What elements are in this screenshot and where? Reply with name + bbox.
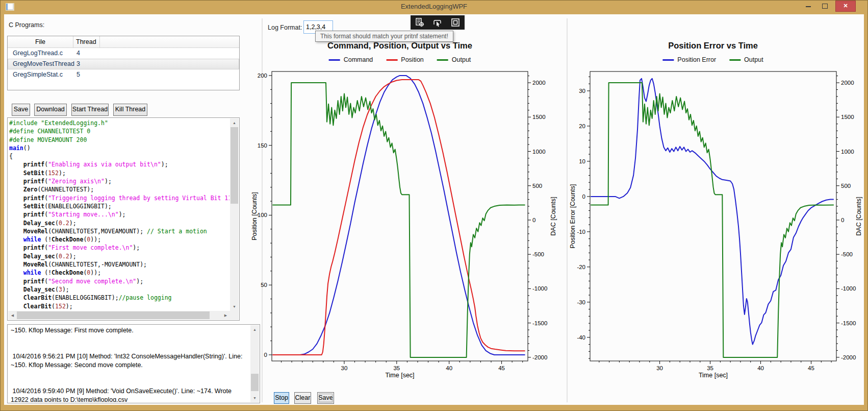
- svg-text:-40: -40: [577, 334, 585, 341]
- column-header-file[interactable]: File: [8, 36, 73, 47]
- file-list-row[interactable]: GregSimpleStat.c5: [8, 69, 239, 80]
- code-vertical-scrollbar[interactable]: ▲ ▼: [230, 118, 239, 311]
- code-line: Delay_sec(0.2);: [9, 252, 229, 260]
- app-window: ExtendedLoggingWPF ✕ C Programs: File Th…: [0, 0, 868, 411]
- minimize-icon: [806, 6, 811, 7]
- svg-text:30: 30: [341, 365, 348, 371]
- code-line: SetBit(152);: [9, 169, 229, 177]
- save-program-button[interactable]: Save: [12, 104, 30, 116]
- code-editor[interactable]: #include "ExtendedLogging.h"#define CHAN…: [7, 117, 240, 321]
- console-output[interactable]: ~150. Kflop Message: First move complete…: [7, 324, 260, 403]
- code-line: printf("Starting move...\n");: [9, 210, 229, 219]
- svg-text:20: 20: [579, 123, 585, 129]
- svg-text:40: 40: [757, 365, 764, 371]
- code-horizontal-scrollbar[interactable]: ◀ ▶: [8, 311, 230, 320]
- svg-text:DAC [Counts]: DAC [Counts]: [855, 197, 862, 235]
- file-name: GregSimpleStat.c: [13, 69, 63, 80]
- code-line: Delay_sec(3);: [9, 285, 229, 294]
- svg-text:35: 35: [393, 365, 400, 371]
- svg-text:1000: 1000: [532, 149, 546, 155]
- kill-thread-button[interactable]: Kill Thread: [113, 104, 147, 116]
- code-line: main(): [9, 144, 229, 152]
- console-message: [11, 335, 249, 344]
- reset-view-icon[interactable]: [450, 17, 461, 28]
- scrollbar-thumb[interactable]: [17, 311, 210, 319]
- svg-text:Time [sec]: Time [sec]: [385, 372, 414, 379]
- file-list-row[interactable]: GregLogThread.c4: [8, 48, 239, 59]
- svg-text:0: 0: [532, 217, 535, 223]
- svg-text:-2000: -2000: [532, 354, 547, 360]
- thread-number: 3: [76, 59, 80, 69]
- scrollbar-thumb[interactable]: [251, 374, 259, 391]
- code-line: Delay_sec(0.2);: [9, 219, 229, 227]
- minimize-button[interactable]: [802, 0, 815, 11]
- svg-text:-10: -10: [577, 229, 585, 235]
- start-thread-button[interactable]: Start Thread: [71, 104, 109, 116]
- window-title: ExtendedLoggingWPF: [0, 0, 868, 14]
- scroll-down-icon[interactable]: ▼: [230, 302, 239, 311]
- svg-text:DAC [Counts]: DAC [Counts]: [550, 197, 557, 235]
- svg-text:500: 500: [841, 183, 851, 189]
- console-vertical-scrollbar[interactable]: ▲ ▼: [250, 325, 259, 402]
- svg-text:-500: -500: [841, 251, 853, 257]
- save-log-button[interactable]: Save: [317, 392, 334, 404]
- list-header[interactable]: File Thread: [8, 36, 239, 48]
- svg-text:-1000: -1000: [841, 285, 856, 292]
- scroll-down-icon[interactable]: ▼: [250, 394, 259, 402]
- code-line: ClearBit(ENABLELOGGINGBIT);//pause loggi…: [9, 294, 229, 302]
- column-header-thread[interactable]: Thread: [73, 36, 100, 47]
- scroll-right-icon[interactable]: ▶: [221, 311, 230, 320]
- svg-text:Position [Counts]: Position [Counts]: [251, 192, 258, 240]
- scrollbar-corner: [230, 311, 239, 320]
- code-line: printf("Second move complete.\n");: [9, 277, 229, 285]
- maximize-icon: [822, 4, 828, 9]
- svg-text:-30: -30: [577, 299, 585, 305]
- svg-text:30: 30: [579, 88, 585, 94]
- clear-button[interactable]: Clear: [294, 392, 311, 404]
- svg-text:1500: 1500: [532, 114, 546, 120]
- script-tracker-icon[interactable]: [415, 17, 425, 28]
- svg-text:10: 10: [579, 158, 585, 164]
- legend-line-swatch: [386, 59, 397, 61]
- close-button[interactable]: ✕: [835, 1, 856, 12]
- scroll-up-icon[interactable]: ▲: [250, 325, 259, 334]
- svg-text:2000: 2000: [532, 80, 546, 86]
- chart1-legend: CommandPositionOutput: [329, 56, 471, 63]
- scrollbar-thumb[interactable]: [231, 127, 238, 204]
- svg-text:-2000: -2000: [841, 354, 856, 360]
- download-button[interactable]: Download: [34, 104, 67, 116]
- c-programs-list[interactable]: File Thread GregLogThread.c4GregMoveTest…: [7, 36, 240, 90]
- svg-text:-1500: -1500: [841, 320, 856, 326]
- file-list-row[interactable]: GregMoveTestThread3: [8, 59, 239, 69]
- stop-button[interactable]: Stop: [274, 392, 289, 404]
- svg-text:-20: -20: [577, 264, 585, 270]
- code-line: MoveRel(CHANNELTOTEST,MOVEAMOUNT); // St…: [9, 227, 229, 235]
- svg-text:2000: 2000: [841, 80, 854, 86]
- code-text[interactable]: #include "ExtendedLogging.h"#define CHAN…: [9, 119, 229, 310]
- legend-item: Output: [729, 56, 763, 63]
- svg-text:-1000: -1000: [532, 285, 547, 292]
- console-message: 10/4/2016 9:56:21 PM [10] Method: 'Int32…: [11, 352, 249, 370]
- scroll-up-icon[interactable]: ▲: [230, 118, 239, 127]
- code-line: Zero(CHANNELTOTEST);: [9, 185, 229, 194]
- select-region-icon[interactable]: [432, 17, 443, 28]
- code-line: printf("Zeroing axis\n");: [9, 177, 229, 185]
- code-line: ClearBit(152);: [9, 302, 229, 310]
- legend-line-swatch: [437, 59, 448, 61]
- svg-text:1000: 1000: [841, 149, 854, 155]
- code-line: {: [9, 152, 229, 160]
- maximize-button[interactable]: [818, 0, 831, 11]
- legend-item: Output: [437, 56, 471, 63]
- console-message: [11, 378, 249, 387]
- legend-line-swatch: [662, 59, 674, 61]
- file-name: GregLogThread.c: [13, 48, 63, 59]
- titlebar[interactable]: ExtendedLoggingWPF ✕: [0, 0, 868, 14]
- chart1-title: Command, Position, Output vs Time: [327, 41, 472, 51]
- scroll-left-icon[interactable]: ◀: [8, 311, 17, 320]
- svg-text:0: 0: [841, 217, 844, 223]
- svg-text:30: 30: [656, 365, 663, 371]
- code-line: printf("Triggering logging thread by set…: [9, 194, 229, 202]
- c-programs-label: C Programs:: [9, 21, 44, 29]
- legend-line-swatch: [329, 59, 340, 61]
- svg-text:-1500: -1500: [532, 320, 547, 326]
